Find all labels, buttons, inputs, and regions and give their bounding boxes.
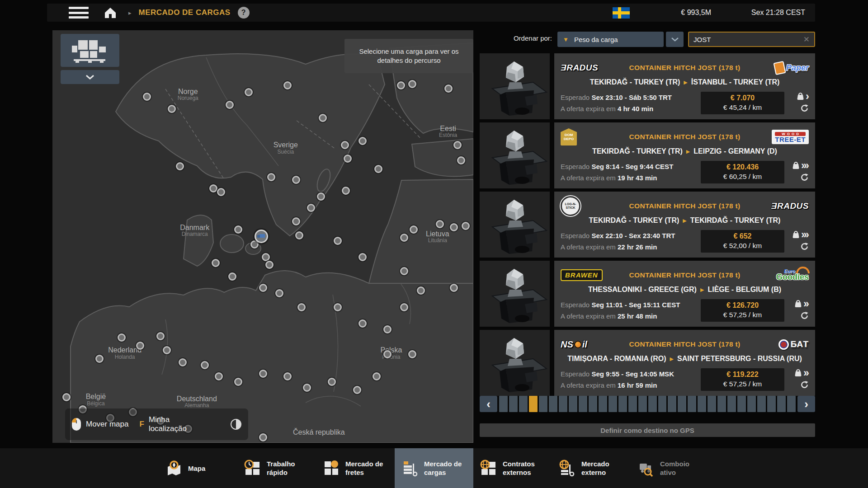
page-tick[interactable] [648, 396, 657, 412]
city-marker[interactable] [353, 386, 361, 394]
page-tick[interactable] [747, 396, 756, 412]
page-tick[interactable] [698, 396, 706, 412]
cargo-offer-row[interactable]: DOM DEPO CONTAINER HITCH JOST (178 t) WO… [480, 122, 815, 188]
cargo-offer-row[interactable]: LOG-N-STICK CONTAINER HITCH JOST (178 t)… [480, 192, 815, 258]
page-tick[interactable] [737, 396, 746, 412]
page-tick[interactable] [579, 396, 587, 412]
menu-icon[interactable] [69, 7, 89, 19]
city-marker[interactable] [450, 223, 458, 231]
city-marker[interactable] [317, 192, 325, 201]
city-marker[interactable] [328, 378, 336, 386]
city-marker[interactable] [374, 165, 382, 173]
city-marker[interactable] [383, 350, 392, 358]
page-tick[interactable] [509, 396, 518, 412]
city-marker[interactable] [453, 141, 462, 149]
nav-item-map[interactable]: Mapa [159, 448, 237, 488]
city-marker[interactable] [444, 84, 453, 93]
city-marker[interactable] [341, 141, 349, 149]
city-marker[interactable] [265, 261, 274, 269]
next-page-button[interactable]: › [797, 396, 815, 412]
city-marker[interactable] [410, 225, 418, 234]
page-tick[interactable] [787, 396, 796, 412]
nav-item-freight-market[interactable]: Mercado defretes [316, 448, 395, 488]
city-marker[interactable] [417, 286, 425, 295]
search-input[interactable] [689, 36, 803, 43]
city-marker[interactable] [408, 350, 416, 358]
city-marker[interactable] [259, 370, 267, 378]
home-button[interactable] [104, 7, 117, 19]
clear-search-icon[interactable]: ✕ [803, 35, 814, 44]
city-marker[interactable] [373, 372, 381, 380]
city-marker[interactable] [462, 222, 470, 230]
nav-item-quick-job[interactable]: Trabalhorápido [237, 448, 316, 488]
city-marker[interactable] [292, 217, 300, 225]
nav-item-external-contracts[interactable]: Contratosexternos [473, 448, 552, 488]
help-button[interactable]: ? [238, 7, 250, 19]
city-marker[interactable] [292, 176, 300, 184]
map-panel[interactable]: NorgeNoruegaSverigeSuéciaEestiEstôniaDan… [52, 30, 473, 443]
page-tick[interactable] [688, 396, 696, 412]
nav-item-active-convoy[interactable]: Comboioativo [631, 448, 709, 488]
city-marker[interactable] [400, 303, 408, 311]
city-marker[interactable] [450, 284, 458, 292]
page-tick[interactable] [717, 396, 726, 412]
page-tick[interactable] [767, 396, 776, 412]
city-marker[interactable] [118, 333, 126, 342]
page-tick[interactable] [569, 396, 577, 412]
city-marker[interactable] [400, 267, 408, 275]
city-marker[interactable] [359, 253, 367, 261]
city-marker[interactable] [226, 101, 234, 109]
page-tick[interactable] [559, 396, 567, 412]
cargo-offer-row[interactable]: NSil CONTAINER HITCH JOST (178 t) БАТ TI… [480, 330, 815, 396]
city-marker[interactable] [400, 234, 408, 242]
cargo-offer-row[interactable]: ƎRADUS CONTAINER HITCH JOST (178 t) Pape… [480, 53, 815, 119]
city-marker[interactable] [283, 81, 292, 89]
city-marker[interactable] [168, 105, 176, 113]
sort-dropdown[interactable]: ▼ Peso da carga [557, 32, 664, 47]
page-tick[interactable] [499, 396, 508, 412]
city-marker[interactable] [408, 80, 416, 88]
city-marker[interactable] [334, 303, 342, 311]
page-tick[interactable] [589, 396, 597, 412]
nav-item-external-market[interactable]: Mercadoexterno [552, 448, 631, 488]
page-tick[interactable] [519, 396, 528, 412]
page-tick[interactable] [678, 396, 686, 412]
city-marker[interactable] [143, 93, 151, 101]
trailer-filter-button[interactable] [61, 34, 119, 67]
page-tick[interactable] [757, 396, 766, 412]
page-tick[interactable] [777, 396, 786, 412]
city-marker[interactable] [397, 81, 405, 89]
city-marker[interactable] [295, 231, 303, 239]
page-tick[interactable] [658, 396, 667, 412]
city-marker[interactable] [245, 88, 253, 96]
city-marker[interactable] [259, 433, 267, 441]
city-marker[interactable] [62, 393, 71, 401]
city-marker[interactable] [201, 361, 209, 369]
city-marker[interactable] [342, 187, 350, 195]
city-marker[interactable] [179, 358, 187, 366]
page-tick[interactable] [668, 396, 676, 412]
city-marker[interactable] [359, 319, 367, 328]
city-marker[interactable] [319, 114, 327, 122]
city-marker[interactable] [209, 184, 217, 192]
set-gps-destination-button[interactable]: Definir como destino no GPS [480, 423, 815, 437]
page-tick[interactable] [638, 396, 647, 412]
page-tick[interactable] [609, 396, 617, 412]
city-marker[interactable] [176, 162, 184, 170]
prev-page-button[interactable]: ‹ [480, 396, 497, 412]
city-marker[interactable] [163, 346, 171, 354]
city-marker[interactable] [267, 173, 275, 181]
city-marker[interactable] [344, 155, 352, 163]
page-tick[interactable] [529, 396, 538, 412]
page-tick[interactable] [727, 396, 736, 412]
city-marker[interactable] [383, 325, 392, 333]
city-marker[interactable] [234, 225, 242, 234]
city-marker[interactable] [359, 137, 367, 145]
city-marker[interactable] [283, 372, 292, 380]
nav-item-cargo-market[interactable]: Mercado decargas [395, 448, 473, 488]
page-tick[interactable] [539, 396, 547, 412]
city-marker[interactable] [436, 220, 444, 228]
city-marker[interactable] [212, 259, 220, 267]
city-marker[interactable] [95, 355, 104, 363]
collapse-panel-button[interactable] [61, 70, 119, 84]
